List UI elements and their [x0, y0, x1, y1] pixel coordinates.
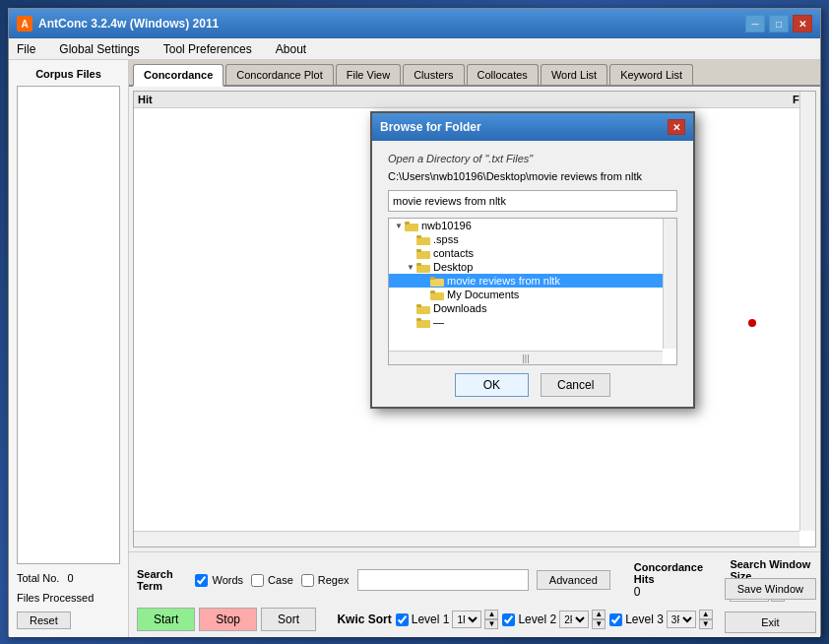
level1-group: Level 1 1R ▲ ▼: [396, 610, 499, 629]
tree-item[interactable]: —: [389, 315, 676, 329]
tree-item-selected[interactable]: movie reviews from nltk: [389, 274, 676, 288]
tree-item[interactable]: My Documents: [389, 288, 676, 301]
title-bar: A AntConc 3.2.4w (Windows) 2011 ─ □ ✕: [9, 9, 820, 38]
svg-rect-9: [430, 279, 444, 287]
tree-item[interactable]: ▼ Desktop: [389, 260, 676, 274]
svg-rect-5: [416, 251, 430, 259]
corpus-files-title: Corpus Files: [17, 68, 120, 80]
files-processed-label: Files Processed: [17, 592, 94, 604]
tab-bar: Concordance Concordance Plot File View C…: [129, 60, 820, 87]
results-area: Hit File Browse for Folder ✕ Ope: [133, 91, 816, 547]
bottom-controls: Search Term Words Case Regex Advanced: [129, 551, 820, 637]
tree-item[interactable]: contacts: [389, 246, 676, 260]
dialog-ok-button[interactable]: OK: [455, 373, 529, 397]
level2-down-button[interactable]: ▼: [592, 619, 606, 629]
words-checkbox-group: Words: [195, 574, 243, 587]
dialog-title-bar: Browse for Folder ✕: [372, 113, 693, 141]
tab-file-view[interactable]: File View: [336, 64, 401, 85]
level3-select[interactable]: 3R: [667, 611, 696, 628]
case-checkbox-group: Case: [251, 574, 293, 587]
tab-concordance-plot[interactable]: Concordance Plot: [225, 64, 333, 85]
dialog-scrollbar-h[interactable]: |||: [389, 351, 663, 364]
tab-concordance[interactable]: Concordance: [133, 64, 223, 87]
sidebar: Corpus Files Total No. 0 Files Processed…: [9, 60, 129, 637]
dialog-body: Open a Directory of ".txt Files" C:\User…: [372, 141, 693, 407]
start-button[interactable]: Start: [137, 608, 195, 631]
svg-rect-10: [430, 277, 435, 280]
dialog-instruction: Open a Directory of ".txt Files": [388, 153, 677, 164]
exit-button[interactable]: Exit: [725, 612, 816, 633]
dialog-scrollbar-v[interactable]: [663, 219, 676, 349]
svg-rect-11: [430, 292, 444, 300]
tree-item[interactable]: Downloads: [389, 301, 676, 315]
content-area: Corpus Files Total No. 0 Files Processed…: [9, 60, 820, 637]
tab-clusters[interactable]: Clusters: [403, 64, 464, 85]
level3-group: Level 3 3R ▲ ▼: [609, 610, 713, 629]
advanced-button[interactable]: Advanced: [537, 570, 610, 590]
sidebar-bottom: Total No. 0 Files Processed Reset: [17, 564, 120, 629]
words-label: Words: [212, 574, 243, 586]
sort-button[interactable]: Sort: [261, 608, 316, 631]
maximize-button[interactable]: □: [769, 15, 789, 32]
save-window-button[interactable]: Save Window: [725, 578, 816, 600]
svg-rect-6: [416, 249, 421, 252]
level1-spinner: ▲ ▼: [484, 610, 498, 629]
browse-folder-dialog: Browse for Folder ✕ Open a Directory of …: [370, 111, 695, 409]
tree-item[interactable]: ▼ nwb10196: [389, 219, 676, 232]
level3-checkbox[interactable]: [609, 613, 622, 626]
level2-up-button[interactable]: ▲: [592, 610, 606, 619]
main-panel: Concordance Concordance Plot File View C…: [129, 60, 820, 637]
menu-file[interactable]: File: [13, 40, 39, 58]
dialog-overlay: Browse for Folder ✕ Open a Directory of …: [134, 92, 815, 547]
level3-spinner: ▲ ▼: [699, 610, 713, 629]
tree-label: nwb10196: [421, 220, 472, 231]
level3-up-button[interactable]: ▲: [699, 610, 713, 619]
tree-label: —: [433, 316, 444, 328]
words-checkbox[interactable]: [195, 574, 208, 587]
level1-up-button[interactable]: ▲: [484, 610, 498, 619]
menu-tool-preferences[interactable]: Tool Preferences: [159, 40, 256, 58]
level1-label: Level 1: [412, 612, 450, 626]
menu-about[interactable]: About: [272, 40, 310, 58]
level1-checkbox[interactable]: [396, 613, 409, 626]
level1-select[interactable]: 1R: [452, 611, 481, 628]
svg-rect-8: [416, 263, 421, 266]
tree-label: contacts: [433, 247, 474, 259]
case-checkbox[interactable]: [251, 574, 264, 587]
concordance-hits-label: Concordance Hits: [634, 561, 707, 585]
dialog-cancel-button[interactable]: Cancel: [541, 373, 610, 397]
kwic-sort-label: Kwic Sort: [337, 612, 391, 626]
search-input[interactable]: [357, 569, 529, 591]
minimize-button[interactable]: ─: [745, 15, 765, 32]
dialog-current-folder-input[interactable]: [388, 190, 677, 212]
action-row: Start Stop Sort Kwic Sort Level 1 1R ▲: [137, 608, 812, 631]
regex-checkbox[interactable]: [301, 574, 314, 587]
level2-checkbox[interactable]: [502, 613, 515, 626]
tree-item[interactable]: .spss: [389, 232, 676, 246]
menu-global-settings[interactable]: Global Settings: [55, 40, 143, 58]
dialog-close-button[interactable]: ✕: [668, 119, 685, 135]
level2-group: Level 2 2R ▲ ▼: [502, 610, 606, 629]
tab-word-list[interactable]: Word List: [541, 64, 607, 85]
total-no-stat: Total No. 0: [17, 572, 120, 584]
concordance-hits-value: 0: [634, 585, 707, 599]
tab-collocates[interactable]: Collocates: [467, 64, 539, 85]
svg-rect-14: [416, 304, 421, 307]
stop-button[interactable]: Stop: [199, 608, 257, 631]
svg-rect-4: [416, 235, 421, 238]
reset-button[interactable]: Reset: [17, 612, 71, 629]
main-window: A AntConc 3.2.4w (Windows) 2011 ─ □ ✕ Fi…: [8, 8, 821, 636]
files-processed-stat: Files Processed: [17, 592, 120, 604]
menu-bar: File Global Settings Tool Preferences Ab…: [9, 38, 820, 60]
close-button[interactable]: ✕: [793, 15, 812, 32]
case-label: Case: [268, 574, 293, 586]
svg-rect-15: [416, 320, 430, 328]
bottom-right-buttons: Save Window Exit: [725, 578, 816, 633]
regex-checkbox-group: Regex: [301, 574, 350, 587]
level1-down-button[interactable]: ▼: [484, 619, 498, 629]
level2-select[interactable]: 2R: [559, 611, 589, 628]
svg-rect-2: [405, 222, 410, 225]
tab-keyword-list[interactable]: Keyword List: [609, 64, 693, 85]
level3-down-button[interactable]: ▼: [699, 619, 713, 629]
dialog-tree[interactable]: ▼ nwb10196: [388, 218, 677, 365]
